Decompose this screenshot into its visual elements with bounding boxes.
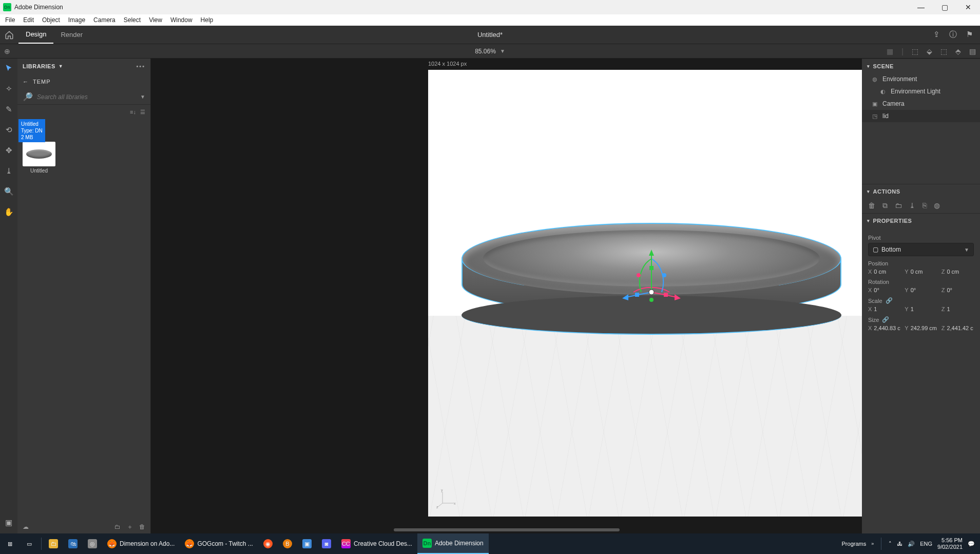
scene-item-environment-light[interactable]: ◐ Environment Light	[862, 85, 980, 98]
libraries-menu-icon[interactable]: •••	[136, 63, 145, 69]
add-content-icon[interactable]: ⊕	[4, 47, 10, 55]
scene-item-camera[interactable]: ▣ Camera	[862, 98, 980, 110]
action-copy-icon[interactable]: ⎘	[923, 201, 927, 210]
tray-network-icon[interactable]: 🖧	[897, 541, 902, 547]
position-x[interactable]: X0 cm	[868, 269, 900, 275]
start-button[interactable]: ⊞	[0, 533, 20, 554]
position-z[interactable]: Z0 cm	[941, 269, 974, 275]
menu-help[interactable]: Help	[198, 15, 217, 25]
taskbar-app-1[interactable]: ◎	[83, 533, 102, 554]
grid-toggle-icon[interactable]: ▦	[887, 47, 893, 55]
taskbar-app-2[interactable]: ◉	[258, 533, 278, 554]
dolly-tool[interactable]: ⤓	[3, 165, 14, 177]
scene-section-header[interactable]: ▾ SCENE	[862, 59, 980, 73]
library-breadcrumb[interactable]: TEMP	[33, 79, 51, 85]
hand-tool[interactable]: ✋	[3, 206, 14, 218]
pan-tool[interactable]: ✥	[3, 145, 14, 156]
pivot-select[interactable]: ▢Bottom ▼	[868, 243, 974, 256]
tray-volume-icon[interactable]: 🔊	[908, 541, 915, 547]
tray-notifications-icon[interactable]: 💬	[968, 541, 975, 547]
size-z[interactable]: Z2,441.42 c	[941, 325, 974, 331]
taskbar-creative-cloud[interactable]: CCCreative Cloud Des...	[336, 533, 417, 554]
menu-file[interactable]: File	[2, 15, 18, 25]
libraries-title[interactable]: LIBRARIES	[23, 63, 55, 69]
action-group-icon[interactable]: 🗀	[895, 201, 902, 210]
minimize-button[interactable]: —	[909, 0, 933, 14]
align-icon-2[interactable]: ⬙	[927, 47, 932, 55]
align-icon-3[interactable]: ⬚	[940, 47, 947, 55]
render-preview-icon[interactable]: ▤	[969, 47, 976, 55]
menu-edit[interactable]: Edit	[20, 15, 37, 25]
zoom-tool[interactable]: 🔍	[3, 186, 14, 197]
link-icon[interactable]: 🔗	[886, 297, 893, 304]
tray-language[interactable]: ENG	[920, 541, 932, 547]
taskbar-firefox-1[interactable]: 🦊Dimension on Ado...	[102, 533, 180, 554]
action-delete-icon[interactable]: 🗑	[868, 201, 875, 210]
rotation-x[interactable]: X0°	[868, 287, 900, 293]
chevron-down-icon[interactable]: ▼	[59, 64, 63, 69]
share-icon[interactable]: ⇪	[933, 30, 940, 40]
home-button[interactable]	[0, 30, 18, 40]
magic-wand-tool[interactable]: ✧	[3, 83, 14, 94]
tray-clock[interactable]: 5:56 PM 9/02/2021	[937, 537, 963, 550]
menu-image[interactable]: Image	[65, 15, 88, 25]
tray-overflow-icon[interactable]: ˄	[889, 541, 892, 547]
action-duplicate-icon[interactable]: ⧉	[882, 201, 888, 210]
taskbar-firefox-2[interactable]: 🦊GOGcom - Twitch ...	[180, 533, 258, 554]
align-icon-1[interactable]: ⬚	[912, 47, 918, 55]
chevron-down-icon[interactable]: ▼	[140, 94, 145, 100]
menu-camera[interactable]: Camera	[90, 15, 119, 25]
link-icon[interactable]: 🔗	[882, 316, 889, 323]
list-view-icon[interactable]: ☰	[140, 109, 145, 116]
taskbar-discord[interactable]: ◙	[317, 533, 336, 554]
taskbar-blender[interactable]: B	[278, 533, 297, 554]
tab-design[interactable]: Design	[18, 26, 53, 44]
select-tool[interactable]	[3, 63, 14, 74]
close-button[interactable]: ✕	[956, 0, 980, 14]
scale-y[interactable]: Y1	[905, 306, 937, 312]
scene-item-lid[interactable]: ◳ lid	[862, 110, 980, 122]
folder-icon[interactable]: 🗀	[114, 523, 121, 530]
asset-thumbnail[interactable]	[23, 142, 55, 166]
align-icon-4[interactable]: ⬘	[955, 47, 961, 55]
menu-object[interactable]: Object	[39, 15, 63, 25]
menu-window[interactable]: Window	[167, 15, 196, 25]
size-x[interactable]: X2,440.83 c	[868, 325, 900, 331]
scale-x[interactable]: X1	[868, 306, 900, 312]
size-y[interactable]: Y242.99 cm	[905, 325, 937, 331]
task-view-button[interactable]: ▭	[20, 533, 39, 554]
library-asset[interactable]: Untitled	[23, 142, 55, 174]
sort-icon[interactable]: ≡↓	[130, 109, 136, 116]
action-material-icon[interactable]: ◍	[934, 201, 940, 210]
scale-z[interactable]: Z1	[941, 306, 974, 312]
menu-select[interactable]: Select	[121, 15, 144, 25]
help-icon[interactable]: ⓘ	[949, 30, 957, 40]
chevron-down-icon[interactable]: ▼	[500, 48, 505, 54]
chevron-right-icon[interactable]: »	[871, 541, 874, 546]
action-align-floor-icon[interactable]: ⤓	[909, 201, 915, 210]
zoom-value[interactable]: 85.06%	[475, 48, 496, 55]
tab-render[interactable]: Render	[53, 26, 90, 44]
feedback-icon[interactable]: ⚑	[966, 30, 973, 40]
properties-section-header[interactable]: ▾ PROPERTIES	[862, 213, 980, 227]
scene-item-environment[interactable]: ◍ Environment	[862, 73, 980, 85]
sampler-tool[interactable]: ✎	[3, 104, 14, 115]
back-icon[interactable]: ←	[23, 79, 29, 85]
taskbar-app-3[interactable]: ▣	[297, 533, 317, 554]
taskbar-explorer[interactable]: 🗀	[44, 533, 63, 554]
maximize-button[interactable]: ▢	[933, 0, 956, 14]
taskbar-adobe-dimension[interactable]: DnAdobe Dimension	[417, 533, 489, 554]
actions-section-header[interactable]: ▾ ACTIONS	[862, 184, 980, 198]
object-lid[interactable]	[462, 223, 841, 346]
rotation-y[interactable]: Y0°	[905, 287, 937, 293]
orbit-tool[interactable]: ⟲	[3, 124, 14, 136]
taskbar-programs-toolbar[interactable]: Programs	[842, 541, 867, 547]
delete-asset-icon[interactable]: 🗑	[139, 523, 145, 530]
viewport[interactable]: 1024 x 1024 px	[151, 59, 862, 533]
position-y[interactable]: Y0 cm	[905, 269, 937, 275]
sync-icon[interactable]: ☁	[23, 523, 29, 530]
horizontal-scrollbar[interactable]	[394, 528, 620, 531]
library-search-input[interactable]	[37, 93, 136, 101]
add-asset-icon[interactable]: ＋	[127, 523, 133, 531]
rotation-z[interactable]: Z0°	[941, 287, 974, 293]
